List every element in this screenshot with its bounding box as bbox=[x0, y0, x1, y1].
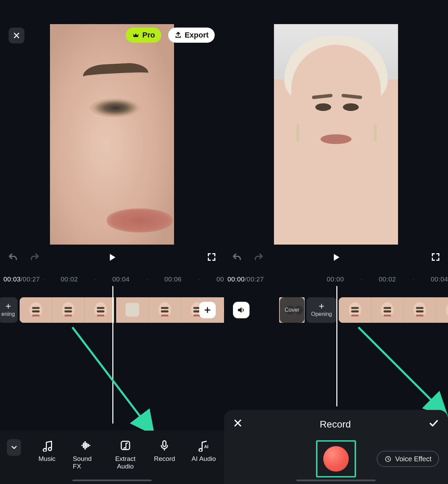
header-badges: Pro Export bbox=[126, 28, 215, 43]
record-panel: Record Voice Effect bbox=[224, 410, 448, 484]
ai-audio-tool[interactable]: AI AI Audio bbox=[190, 439, 217, 463]
ruler-tick: 00:04 bbox=[431, 276, 448, 283]
voice-effect-icon bbox=[384, 455, 392, 463]
undo-button[interactable] bbox=[8, 252, 19, 263]
soundfx-tool[interactable]: Sound FX bbox=[73, 439, 100, 470]
annotation-arrow bbox=[355, 324, 448, 420]
crown-icon bbox=[132, 31, 140, 39]
time-current: 00:00 bbox=[227, 276, 245, 283]
time-position: 00:00/00:27 bbox=[227, 276, 264, 283]
video-preview[interactable] bbox=[274, 24, 398, 245]
check-icon bbox=[428, 418, 439, 429]
record-tool[interactable]: Record bbox=[151, 439, 178, 463]
add-clip-button[interactable] bbox=[199, 302, 216, 318]
transport-controls bbox=[224, 252, 448, 269]
scroll-indicator bbox=[296, 480, 376, 481]
export-button[interactable]: Export bbox=[168, 28, 215, 43]
redo-button[interactable] bbox=[253, 252, 264, 263]
record-button[interactable] bbox=[316, 440, 356, 477]
time-current: 00:03 bbox=[3, 276, 21, 283]
ai-audio-icon: AI bbox=[197, 439, 210, 452]
fullscreen-icon bbox=[207, 252, 216, 262]
microphone-icon bbox=[158, 439, 171, 452]
play-button[interactable] bbox=[331, 252, 341, 262]
timeline-track[interactable]: ening bbox=[0, 296, 224, 324]
pro-label: Pro bbox=[142, 31, 155, 40]
tool-label: Record bbox=[154, 455, 175, 463]
ruler-tick: 00:04 bbox=[112, 276, 130, 283]
undo-button[interactable] bbox=[232, 252, 243, 263]
close-record-button[interactable] bbox=[233, 418, 243, 430]
redo-icon bbox=[253, 252, 264, 263]
svg-rect-2 bbox=[163, 441, 166, 447]
timeline-clip[interactable] bbox=[20, 297, 114, 323]
record-dot-icon bbox=[323, 446, 349, 472]
annotation-arrow bbox=[69, 324, 159, 437]
playhead[interactable] bbox=[336, 286, 337, 406]
tool-label: Music bbox=[38, 455, 55, 463]
fullscreen-icon bbox=[431, 252, 440, 262]
svg-rect-1 bbox=[121, 441, 130, 450]
chip-label: Cover bbox=[285, 307, 299, 313]
time-total: /00:27 bbox=[21, 276, 40, 283]
chip-label: ening bbox=[1, 311, 15, 317]
time-ruler[interactable]: 00:00/00:27 00:00 · 00:02 · 00:04 bbox=[224, 276, 448, 286]
ruler-tick: 00:00 bbox=[327, 276, 344, 283]
ruler-tick: 00:02 bbox=[61, 276, 78, 283]
speaker-icon bbox=[236, 305, 246, 315]
play-icon bbox=[331, 252, 341, 262]
redo-button[interactable] bbox=[29, 252, 40, 263]
soundfx-icon bbox=[80, 439, 92, 452]
record-title: Record bbox=[320, 419, 351, 430]
music-tool[interactable]: Music bbox=[33, 439, 60, 463]
editor-pane-right: 00:00/00:27 00:00 · 00:02 · 00:04 Cover … bbox=[224, 0, 448, 484]
fullscreen-button[interactable] bbox=[207, 252, 216, 262]
play-button[interactable] bbox=[107, 252, 117, 262]
opening-chip[interactable]: Opening bbox=[306, 297, 337, 323]
tool-label: Sound FX bbox=[73, 455, 100, 470]
ruler-tick: 00 bbox=[216, 276, 224, 283]
ruler-tick: 00:06 bbox=[164, 276, 182, 283]
collapse-button[interactable] bbox=[7, 439, 21, 456]
close-icon bbox=[233, 418, 243, 428]
audio-toolbar: Music Sound FX Extract Audio Record AI A… bbox=[0, 431, 224, 484]
preview-image bbox=[50, 24, 174, 245]
confirm-record-button[interactable] bbox=[428, 418, 439, 431]
chevron-down-icon bbox=[10, 443, 18, 452]
voice-effect-button[interactable]: Voice Effect bbox=[377, 451, 439, 467]
time-total: /00:27 bbox=[245, 276, 264, 283]
close-button[interactable] bbox=[9, 28, 24, 43]
tool-label: Extract Audio bbox=[112, 455, 139, 470]
export-label: Export bbox=[185, 31, 209, 40]
editor-pane-left: Pro Export 00:03/00:27 bbox=[0, 0, 224, 484]
timeline-clip[interactable] bbox=[339, 297, 448, 323]
play-icon bbox=[107, 252, 117, 262]
upload-icon bbox=[174, 31, 182, 39]
video-preview[interactable] bbox=[50, 24, 174, 245]
scroll-indicator bbox=[72, 480, 152, 481]
time-ruler[interactable]: 00:03/00:27 · 00:02 · 00:04 · 00:06 · 00 bbox=[0, 276, 224, 286]
extract-icon bbox=[119, 439, 132, 452]
plus-icon bbox=[318, 303, 325, 310]
preview-image bbox=[274, 24, 398, 245]
cover-chip[interactable]: Cover bbox=[280, 297, 304, 323]
time-position: 00:03/00:27 bbox=[3, 276, 40, 283]
svg-line-0 bbox=[72, 327, 151, 431]
pro-badge[interactable]: Pro bbox=[126, 28, 161, 43]
music-icon bbox=[41, 439, 53, 452]
playhead[interactable] bbox=[112, 286, 113, 424]
voice-effect-label: Voice Effect bbox=[395, 455, 431, 463]
fullscreen-button[interactable] bbox=[431, 252, 440, 262]
opening-chip-partial[interactable]: ening bbox=[0, 297, 18, 323]
svg-line-4 bbox=[358, 327, 444, 413]
redo-icon bbox=[29, 252, 40, 263]
undo-icon bbox=[8, 252, 19, 263]
plus-icon bbox=[5, 303, 12, 310]
svg-text:AI: AI bbox=[204, 444, 208, 449]
extract-audio-tool[interactable]: Extract Audio bbox=[112, 439, 139, 470]
mute-button[interactable] bbox=[233, 302, 250, 318]
plus-icon bbox=[203, 306, 212, 314]
tool-label: AI Audio bbox=[192, 455, 216, 463]
timeline-track[interactable]: Cover Opening bbox=[279, 296, 448, 324]
ruler-tick: 00:02 bbox=[379, 276, 396, 283]
